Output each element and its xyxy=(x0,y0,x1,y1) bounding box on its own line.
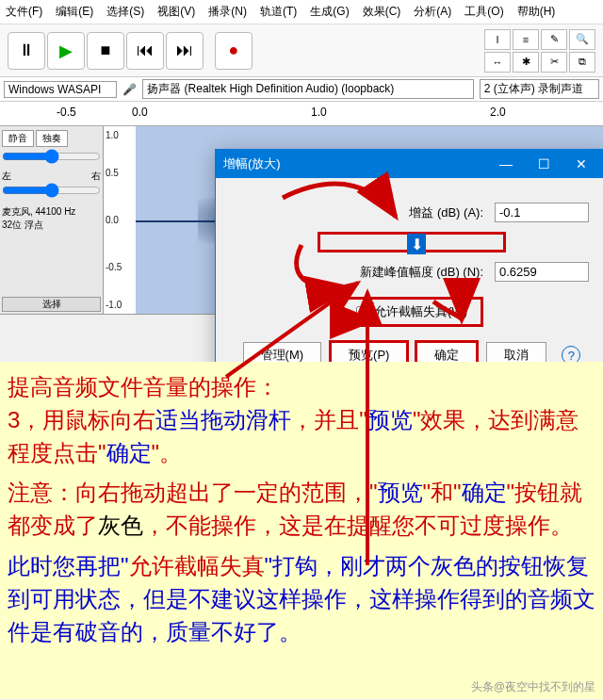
solo-button[interactable]: 独奏 xyxy=(36,130,68,147)
menu-help[interactable]: 帮助(H) xyxy=(517,4,556,20)
tut-line: 注意：向右拖动超出了一定的范围，"预览"和"确定"按钮就都变成了灰色，不能操作，… xyxy=(8,477,595,543)
dialog-title: 增幅(放大) xyxy=(223,155,281,172)
amplification-slider[interactable]: ⬇ xyxy=(318,232,506,252)
stop-button[interactable]: ■ xyxy=(87,32,124,70)
minimize-icon[interactable]: — xyxy=(487,150,525,178)
skip-start-button[interactable]: ⏮ xyxy=(126,32,164,70)
gain-slider[interactable] xyxy=(2,149,101,164)
ruler-tick: -0.5 xyxy=(57,106,76,119)
copy-icon[interactable]: ⧉ xyxy=(569,52,595,73)
tut-line: 3，用鼠标向右适当拖动滑杆，并且"预览"效果，达到满意程度点击"确定"。 xyxy=(8,404,595,470)
input-device-select[interactable]: 扬声器 (Realtek High Definition Audio) (loo… xyxy=(142,79,473,99)
gain-label: 增益 (dB) (A): xyxy=(235,204,483,221)
draw-tool-icon[interactable]: ✎ xyxy=(541,29,567,50)
mic-icon: 🎤 xyxy=(122,83,137,96)
pause-button[interactable]: ⏸ xyxy=(8,32,45,70)
skip-end-button[interactable]: ⏭ xyxy=(166,32,204,70)
menu-effect[interactable]: 效果(C) xyxy=(363,4,401,20)
menu-file[interactable]: 文件(F) xyxy=(6,4,42,20)
maximize-icon[interactable]: ☐ xyxy=(525,150,562,178)
menu-transport[interactable]: 播录(N) xyxy=(208,4,247,20)
channels-select[interactable]: 2 (立体声) 录制声道 xyxy=(480,79,599,99)
ruler-tick: 2.0 xyxy=(490,106,506,119)
peak-label: 新建峰值幅度 (dB) (N): xyxy=(235,264,483,281)
play-button[interactable]: ▶ xyxy=(47,32,85,70)
mute-button[interactable]: 静音 xyxy=(2,130,34,147)
menu-select[interactable]: 选择(S) xyxy=(106,4,144,20)
track-panel[interactable]: 静音 独奏 左右 麦克风, 44100 Hz 32位 浮点 选择 xyxy=(0,126,104,314)
menu-tracks[interactable]: 轨道(T) xyxy=(260,4,297,20)
dialog-titlebar[interactable]: 增幅(放大) — ☐ ✕ xyxy=(216,150,603,178)
pan-left: 左 xyxy=(2,170,11,183)
vertical-scale: 1.0 0.5 0.0 -0.5 -1.0 xyxy=(104,126,136,314)
menu-generate[interactable]: 生成(G) xyxy=(310,4,349,20)
device-toolbar: Windows WASAPI 🎤 扬声器 (Realtek High Defin… xyxy=(0,77,603,102)
pan-right: 右 xyxy=(91,170,101,183)
close-icon[interactable]: ✕ xyxy=(562,150,600,178)
menu-view[interactable]: 视图(V) xyxy=(157,4,195,20)
clipping-check[interactable] xyxy=(356,306,368,318)
record-button[interactable]: ● xyxy=(215,32,253,70)
menu-edit[interactable]: 编辑(E) xyxy=(56,4,93,20)
pan-slider[interactable] xyxy=(2,183,101,198)
timeline-ruler[interactable]: -0.5 0.0 1.0 2.0 xyxy=(0,102,603,126)
gain-input[interactable] xyxy=(495,203,589,222)
transport-toolbar: ⏸ ▶ ■ ⏮ ⏭ ● I ≡ ✎ 🔍 ↔ ✱ ✂ ⧉ xyxy=(0,24,603,77)
selection-tool-icon[interactable]: I xyxy=(484,29,511,50)
slider-thumb-icon[interactable]: ⬇ xyxy=(407,234,426,254)
menu-analyze[interactable]: 分析(A) xyxy=(414,4,451,20)
multi-tool-icon[interactable]: ✱ xyxy=(513,52,539,73)
menu-tools[interactable]: 工具(O) xyxy=(464,4,503,20)
zoom-tool-icon[interactable]: 🔍 xyxy=(569,29,595,50)
peak-input[interactable] xyxy=(495,262,589,282)
ruler-tick: 1.0 xyxy=(311,106,327,119)
tut-line: 此时您再把"允许截幅失真"打钩，刚才两个灰色的按钮恢复到可用状态，但是不建议这样… xyxy=(8,550,595,648)
cut-icon[interactable]: ✂ xyxy=(541,52,567,73)
tut-heading: 提高音频文件音量的操作： xyxy=(8,371,595,404)
timeshift-tool-icon[interactable]: ↔ xyxy=(484,52,511,73)
tool-grid: I ≡ ✎ 🔍 ↔ ✱ ✂ ⧉ xyxy=(484,29,595,73)
allow-clipping-checkbox[interactable]: 允许截幅失真(W) xyxy=(340,297,483,327)
track-info: 麦克风, 44100 Hz 32位 浮点 xyxy=(2,205,101,232)
watermark: 头条@夜空中找不到的星 xyxy=(471,679,595,695)
amplify-dialog: 增幅(放大) — ☐ ✕ 增益 (dB) (A): ⬇ 新建峰值幅度 (dB) … xyxy=(215,149,603,386)
envelope-tool-icon[interactable]: ≡ xyxy=(513,29,539,50)
menu-bar: 文件(F) 编辑(E) 选择(S) 视图(V) 播录(N) 轨道(T) 生成(G… xyxy=(0,0,603,24)
audio-host-select[interactable]: Windows WASAPI xyxy=(4,81,117,98)
clipping-label: 允许截幅失真(W) xyxy=(374,303,467,320)
ruler-tick: 0.0 xyxy=(132,106,148,119)
track-select[interactable]: 选择 xyxy=(2,297,101,312)
tutorial-overlay: 提高音频文件音量的操作： 3，用鼠标向右适当拖动滑杆，并且"预览"效果，达到满意… xyxy=(0,362,603,699)
